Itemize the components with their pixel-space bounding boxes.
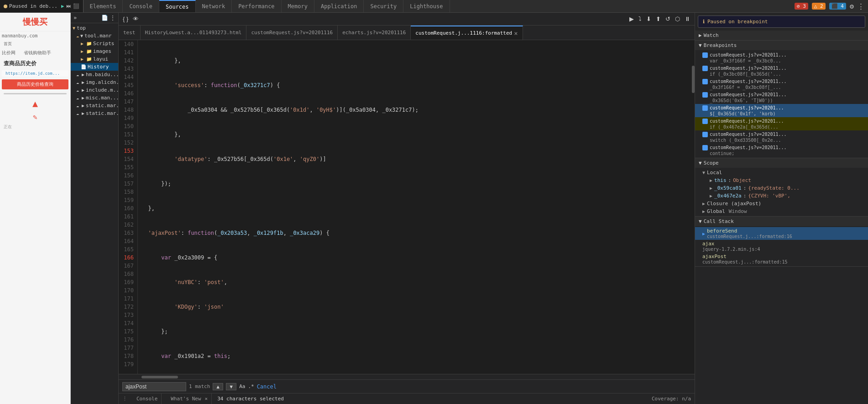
file-tree: ▼ top ☁ ▼ tool.manr ▶ 📁 Scripts ▶ 📁 imag… bbox=[71, 23, 118, 404]
new-file-icon[interactable]: 📄 bbox=[101, 15, 108, 21]
code-tab-history[interactable]: HistoryLowest.a...011493273.html bbox=[141, 26, 247, 40]
paused-dot bbox=[4, 5, 7, 8]
bp-checkbox-3[interactable] bbox=[702, 79, 708, 84]
debug-deactivate-icon[interactable]: ⬡ bbox=[674, 15, 681, 23]
code-content[interactable]: }, 'success': function(_0x3271c7) { _0x5… bbox=[138, 40, 695, 374]
tree-item-top[interactable]: ▼ top bbox=[71, 24, 118, 32]
breakpoints-header[interactable]: ▼ Breakpoints bbox=[695, 41, 868, 50]
code-line-149: 'nuYBC': 'post', bbox=[141, 278, 691, 286]
code-line-140: }, bbox=[141, 57, 691, 65]
tab-performance[interactable]: Performance bbox=[232, 0, 281, 12]
debug-resume-icon[interactable]: ▶ bbox=[628, 15, 635, 23]
scroll-up-button[interactable]: ▲ bbox=[0, 96, 70, 111]
tree-item-history[interactable]: 📄 History bbox=[71, 63, 118, 71]
debug-stepinto-icon[interactable]: ⬇ bbox=[645, 15, 653, 23]
tab-application[interactable]: Application bbox=[314, 0, 364, 12]
watch-header[interactable]: ▶ Watch bbox=[695, 31, 868, 40]
debug-stepout-icon[interactable]: ⬆ bbox=[654, 15, 662, 23]
breakpoints-expand-icon: ▼ bbox=[699, 42, 702, 48]
debug-back-icon[interactable]: ↺ bbox=[664, 15, 672, 23]
call-stack-header[interactable]: ▼ Call Stack bbox=[695, 217, 868, 226]
bp-checkbox-4[interactable] bbox=[702, 92, 708, 98]
tab-memory[interactable]: Memory bbox=[282, 0, 314, 12]
tab-console-bottom[interactable]: Console bbox=[133, 394, 162, 404]
h-scrollbar-thumb[interactable] bbox=[141, 376, 178, 378]
tree-item-tool[interactable]: ☁ ▼ tool.manr bbox=[71, 32, 118, 40]
bp-checkbox-7[interactable] bbox=[702, 132, 708, 137]
tree-item-static2[interactable]: ☁ ▶ static.mar... bbox=[71, 109, 118, 117]
tab-lighthouse[interactable]: Lighthouse bbox=[403, 0, 450, 12]
folder-closed-icon-images: ▶ 📁 bbox=[81, 49, 92, 54]
tree-label-misc: misc.man... bbox=[86, 95, 118, 101]
debug-pause-exceptions-icon[interactable]: ⏸ bbox=[683, 15, 692, 23]
breakpoints-section: ▼ Breakpoints customRequest.js?v=202011.… bbox=[695, 41, 868, 158]
code-tab-formatted[interactable]: customRequest.j...1116:formatted × bbox=[411, 26, 523, 40]
more-icon[interactable]: ⋮ bbox=[858, 2, 864, 10]
play-icon[interactable]: ▶ bbox=[61, 3, 64, 9]
code-tab-close-icon[interactable]: × bbox=[514, 30, 518, 36]
scope-item-59ca01[interactable]: ▶ _0x59ca01: {readyState: 0... bbox=[695, 184, 868, 192]
site-button[interactable]: 商品历史价格查询 bbox=[2, 79, 68, 89]
site-domain: manmanbuy.com bbox=[0, 31, 70, 40]
debug-stepover-icon[interactable]: ⤵ bbox=[637, 15, 643, 23]
bp-checkbox-5[interactable] bbox=[702, 105, 708, 111]
regex-icon[interactable]: .* bbox=[248, 383, 254, 389]
tab-whats-new[interactable]: What's New × bbox=[167, 394, 212, 404]
call-stack-item-ajaxpost[interactable]: ajaxPost customRequest.j...:formatted:15 bbox=[695, 253, 868, 265]
step-icon[interactable]: ⏭ bbox=[66, 3, 71, 9]
bp-checkbox-2[interactable] bbox=[702, 66, 708, 71]
call-stack-fn-ajax: ajax bbox=[702, 241, 760, 247]
scrollbar-thumb[interactable] bbox=[692, 66, 695, 93]
bp-checkbox-8[interactable] bbox=[702, 145, 708, 150]
scope-local-header[interactable]: ▼ Local bbox=[695, 169, 868, 176]
breakpoints-label: Breakpoints bbox=[704, 42, 737, 48]
tab-security[interactable]: Security bbox=[364, 0, 403, 12]
scope-item-467e2a[interactable]: ▶ _0x467e2a: {CZYVH: 'vBP', bbox=[695, 192, 868, 200]
tree-item-img[interactable]: ☁ ▶ img.alicdn... bbox=[71, 78, 118, 86]
scope-this-key: this bbox=[714, 177, 727, 183]
tree-item-static1[interactable]: ☁ ▶ static.mar... bbox=[71, 102, 118, 109]
code-scrollbar[interactable] bbox=[692, 40, 695, 374]
tree-item-images[interactable]: ▶ 📁 images bbox=[71, 47, 118, 55]
expand-icon[interactable]: » bbox=[73, 15, 77, 21]
search-prev-button[interactable]: ▲ bbox=[213, 383, 223, 390]
bottom-panel-more-icon[interactable]: ⋮ bbox=[122, 396, 127, 402]
main-content: 慢慢买 manmanbuy.com 首页 比价网 省钱购物助手 查商品历史价 h… bbox=[0, 13, 868, 404]
tree-item-hm[interactable]: ☁ ▶ hm.baidu... bbox=[71, 71, 118, 78]
settings-icon[interactable]: ⚙ bbox=[850, 2, 854, 10]
code-tab-test[interactable]: test bbox=[119, 26, 141, 40]
preview-icon[interactable]: 👁 bbox=[131, 15, 140, 23]
stop-icon[interactable]: ⬛ bbox=[73, 3, 79, 9]
bp-checkbox-6[interactable] bbox=[702, 119, 708, 124]
format-icon[interactable]: { } bbox=[121, 15, 130, 23]
scope-item-this[interactable]: ▶ this: Object bbox=[695, 176, 868, 184]
search-input[interactable] bbox=[122, 382, 186, 391]
tab-network[interactable]: Network bbox=[196, 0, 232, 12]
tree-item-scripts[interactable]: ▶ 📁 Scripts bbox=[71, 40, 118, 47]
scope-global-header[interactable]: ▶ Global Window bbox=[695, 207, 868, 215]
scope-closure-header[interactable]: ▶ Closure (ajaxPost) bbox=[695, 200, 868, 207]
more-files-icon[interactable]: ⋮ bbox=[110, 15, 115, 21]
match-case-icon[interactable]: Aa bbox=[239, 383, 245, 389]
tree-item-include[interactable]: ☁ ▶ include.m... bbox=[71, 86, 118, 94]
search-next-button[interactable]: ▼ bbox=[226, 383, 236, 390]
tree-label-images: images bbox=[93, 48, 111, 54]
right-debugger-panel: ℹ Paused on breakpoint ▶ Watch ▼ Breakpo… bbox=[695, 13, 868, 404]
tab-sources[interactable]: Sources bbox=[159, 0, 196, 12]
tree-item-layui[interactable]: ▶ 📁 layui bbox=[71, 55, 118, 63]
tab-console[interactable]: Console bbox=[123, 0, 159, 12]
code-tab-echarts[interactable]: echarts.js?v=20201116 bbox=[338, 26, 411, 40]
close-whats-new-icon[interactable]: × bbox=[205, 396, 208, 402]
tree-item-misc[interactable]: ☁ ▶ misc.man... bbox=[71, 94, 118, 102]
code-tab-customrequest[interactable]: customRequest.js?v=20201116 bbox=[246, 26, 338, 40]
file-icon-history: 📄 bbox=[81, 64, 86, 69]
cancel-search-button[interactable]: Cancel bbox=[257, 383, 277, 390]
scope-this-val: Object bbox=[733, 177, 751, 183]
tab-elements[interactable]: Elements bbox=[84, 0, 123, 12]
horizontal-scrollbar[interactable] bbox=[119, 374, 695, 379]
call-stack-item-beforesend[interactable]: ▶ beforeSend customRequest.j...:formatte… bbox=[695, 227, 868, 240]
bp-checkbox-1[interactable] bbox=[702, 52, 708, 58]
scope-header[interactable]: ▼ Scope bbox=[695, 158, 868, 168]
call-stack-item-ajax[interactable]: ajax jquery-1.7.2.min.js:4 bbox=[695, 240, 868, 253]
edit-button[interactable]: ✎ bbox=[0, 111, 70, 123]
